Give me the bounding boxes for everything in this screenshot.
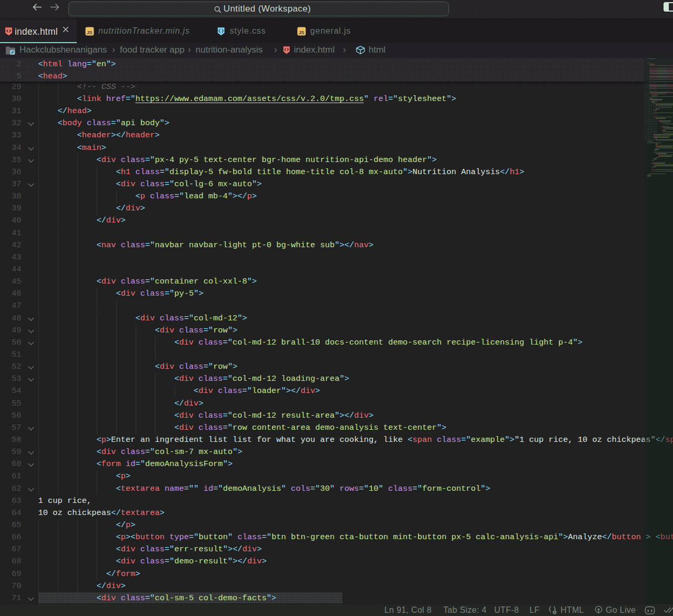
svg-text:JS: JS xyxy=(87,30,93,35)
svg-text:JS: JS xyxy=(299,30,304,35)
